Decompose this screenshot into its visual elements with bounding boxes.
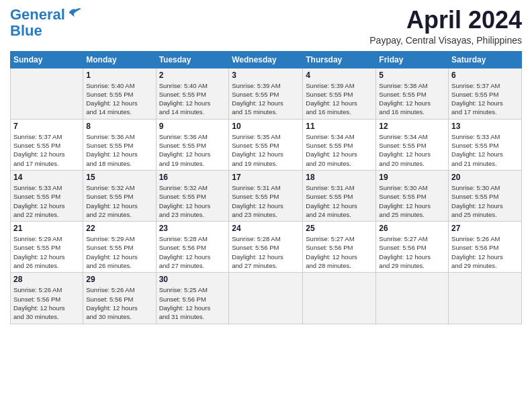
logo-text: General Blue [10, 7, 65, 39]
calendar-cell: 5Sunrise: 5:38 AM Sunset: 5:55 PM Daylig… [376, 68, 449, 119]
day-info: Sunrise: 5:36 AM Sunset: 5:55 PM Dayligh… [86, 132, 152, 168]
day-number: 15 [86, 173, 152, 182]
day-info: Sunrise: 5:34 AM Sunset: 5:55 PM Dayligh… [306, 132, 373, 168]
day-info: Sunrise: 5:37 AM Sunset: 5:55 PM Dayligh… [13, 132, 80, 168]
day-info: Sunrise: 5:28 AM Sunset: 5:56 PM Dayligh… [232, 234, 300, 270]
day-number: 22 [86, 224, 152, 233]
calendar-cell: 14Sunrise: 5:33 AM Sunset: 5:55 PM Dayli… [11, 170, 83, 221]
day-number: 9 [159, 122, 226, 131]
page-header: General Blue April 2024 Paypay, Central … [10, 7, 522, 46]
month-title: April 2024 [369, 7, 522, 34]
day-info: Sunrise: 5:33 AM Sunset: 5:55 PM Dayligh… [451, 132, 519, 168]
calendar-cell: 17Sunrise: 5:31 AM Sunset: 5:55 PM Dayli… [229, 170, 303, 221]
calendar-table: SundayMondayTuesdayWednesdayThursdayFrid… [10, 51, 522, 324]
day-number: 6 [451, 71, 519, 80]
calendar-cell: 3Sunrise: 5:39 AM Sunset: 5:55 PM Daylig… [229, 68, 303, 119]
calendar-cell: 18Sunrise: 5:31 AM Sunset: 5:55 PM Dayli… [303, 170, 376, 221]
calendar-cell: 9Sunrise: 5:36 AM Sunset: 5:55 PM Daylig… [156, 119, 229, 170]
day-info: Sunrise: 5:29 AM Sunset: 5:55 PM Dayligh… [13, 234, 80, 270]
calendar-cell: 19Sunrise: 5:30 AM Sunset: 5:55 PM Dayli… [376, 170, 449, 221]
day-info: Sunrise: 5:27 AM Sunset: 5:56 PM Dayligh… [379, 234, 445, 270]
day-number: 25 [306, 224, 373, 233]
calendar-cell [229, 273, 303, 324]
calendar-cell [11, 68, 83, 119]
day-info: Sunrise: 5:32 AM Sunset: 5:55 PM Dayligh… [86, 183, 152, 219]
calendar-cell: 4Sunrise: 5:39 AM Sunset: 5:55 PM Daylig… [303, 68, 376, 119]
day-info: Sunrise: 5:40 AM Sunset: 5:55 PM Dayligh… [86, 81, 152, 117]
calendar-cell: 20Sunrise: 5:30 AM Sunset: 5:55 PM Dayli… [449, 170, 522, 221]
calendar-weekday-sunday: Sunday [11, 51, 83, 68]
calendar-cell [449, 273, 522, 324]
day-number: 4 [306, 71, 373, 80]
calendar-cell: 29Sunrise: 5:26 AM Sunset: 5:56 PM Dayli… [83, 273, 156, 324]
day-number: 20 [451, 173, 519, 182]
day-info: Sunrise: 5:33 AM Sunset: 5:55 PM Dayligh… [13, 183, 80, 219]
day-info: Sunrise: 5:39 AM Sunset: 5:55 PM Dayligh… [306, 81, 373, 117]
calendar-cell: 8Sunrise: 5:36 AM Sunset: 5:55 PM Daylig… [83, 119, 156, 170]
day-number: 23 [159, 224, 226, 233]
calendar-cell: 2Sunrise: 5:40 AM Sunset: 5:55 PM Daylig… [156, 68, 229, 119]
calendar-cell: 11Sunrise: 5:34 AM Sunset: 5:55 PM Dayli… [303, 119, 376, 170]
calendar-weekday-friday: Friday [376, 51, 449, 68]
day-info: Sunrise: 5:30 AM Sunset: 5:55 PM Dayligh… [451, 183, 519, 219]
day-number: 18 [306, 173, 373, 182]
day-info: Sunrise: 5:37 AM Sunset: 5:55 PM Dayligh… [451, 81, 519, 117]
day-number: 24 [232, 224, 300, 233]
day-info: Sunrise: 5:28 AM Sunset: 5:56 PM Dayligh… [159, 234, 226, 270]
day-number: 12 [379, 122, 445, 131]
calendar-cell: 1Sunrise: 5:40 AM Sunset: 5:55 PM Daylig… [83, 68, 156, 119]
calendar-cell: 23Sunrise: 5:28 AM Sunset: 5:56 PM Dayli… [156, 222, 229, 273]
day-number: 5 [379, 71, 445, 80]
title-area: April 2024 Paypay, Central Visayas, Phil… [369, 7, 522, 46]
calendar-cell: 21Sunrise: 5:29 AM Sunset: 5:55 PM Dayli… [11, 222, 83, 273]
day-number: 1 [86, 71, 152, 80]
day-info: Sunrise: 5:32 AM Sunset: 5:55 PM Dayligh… [159, 183, 226, 219]
day-info: Sunrise: 5:31 AM Sunset: 5:55 PM Dayligh… [232, 183, 300, 219]
day-info: Sunrise: 5:25 AM Sunset: 5:56 PM Dayligh… [159, 285, 226, 321]
day-info: Sunrise: 5:26 AM Sunset: 5:56 PM Dayligh… [86, 285, 152, 321]
calendar-cell: 22Sunrise: 5:29 AM Sunset: 5:55 PM Dayli… [83, 222, 156, 273]
calendar-header-row: SundayMondayTuesdayWednesdayThursdayFrid… [11, 51, 522, 68]
day-info: Sunrise: 5:38 AM Sunset: 5:55 PM Dayligh… [379, 81, 445, 117]
calendar-week-row: 21Sunrise: 5:29 AM Sunset: 5:55 PM Dayli… [11, 222, 522, 273]
day-number: 29 [86, 275, 152, 284]
calendar-weekday-thursday: Thursday [303, 51, 376, 68]
day-number: 11 [306, 122, 373, 131]
day-number: 14 [13, 173, 80, 182]
calendar-weekday-monday: Monday [83, 51, 156, 68]
day-info: Sunrise: 5:26 AM Sunset: 5:56 PM Dayligh… [13, 285, 80, 321]
calendar-week-row: 14Sunrise: 5:33 AM Sunset: 5:55 PM Dayli… [11, 170, 522, 221]
day-info: Sunrise: 5:27 AM Sunset: 5:56 PM Dayligh… [306, 234, 373, 270]
day-info: Sunrise: 5:30 AM Sunset: 5:55 PM Dayligh… [379, 183, 445, 219]
calendar-week-row: 7Sunrise: 5:37 AM Sunset: 5:55 PM Daylig… [11, 119, 522, 170]
day-number: 21 [13, 224, 80, 233]
day-info: Sunrise: 5:36 AM Sunset: 5:55 PM Dayligh… [159, 132, 226, 168]
day-info: Sunrise: 5:29 AM Sunset: 5:55 PM Dayligh… [86, 234, 152, 270]
logo-bird-icon [68, 7, 83, 19]
calendar-weekday-saturday: Saturday [449, 51, 522, 68]
calendar-cell: 7Sunrise: 5:37 AM Sunset: 5:55 PM Daylig… [11, 119, 83, 170]
day-number: 3 [232, 71, 300, 80]
calendar-cell: 30Sunrise: 5:25 AM Sunset: 5:56 PM Dayli… [156, 273, 229, 324]
day-info: Sunrise: 5:31 AM Sunset: 5:55 PM Dayligh… [306, 183, 373, 219]
day-number: 26 [379, 224, 445, 233]
day-number: 13 [451, 122, 519, 131]
day-number: 16 [159, 173, 226, 182]
calendar-cell: 6Sunrise: 5:37 AM Sunset: 5:55 PM Daylig… [449, 68, 522, 119]
day-number: 2 [159, 71, 226, 80]
logo: General Blue [10, 7, 83, 39]
calendar-week-row: 28Sunrise: 5:26 AM Sunset: 5:56 PM Dayli… [11, 273, 522, 324]
calendar-weekday-tuesday: Tuesday [156, 51, 229, 68]
day-info: Sunrise: 5:40 AM Sunset: 5:55 PM Dayligh… [159, 81, 226, 117]
day-number: 27 [451, 224, 519, 233]
day-number: 28 [13, 275, 80, 284]
calendar-cell: 10Sunrise: 5:35 AM Sunset: 5:55 PM Dayli… [229, 119, 303, 170]
calendar-cell: 12Sunrise: 5:34 AM Sunset: 5:55 PM Dayli… [376, 119, 449, 170]
calendar-cell: 15Sunrise: 5:32 AM Sunset: 5:55 PM Dayli… [83, 170, 156, 221]
calendar-cell: 25Sunrise: 5:27 AM Sunset: 5:56 PM Dayli… [303, 222, 376, 273]
day-number: 7 [13, 122, 80, 131]
day-info: Sunrise: 5:39 AM Sunset: 5:55 PM Dayligh… [232, 81, 300, 117]
calendar-cell: 16Sunrise: 5:32 AM Sunset: 5:55 PM Dayli… [156, 170, 229, 221]
calendar-week-row: 1Sunrise: 5:40 AM Sunset: 5:55 PM Daylig… [11, 68, 522, 119]
calendar-cell: 27Sunrise: 5:26 AM Sunset: 5:56 PM Dayli… [449, 222, 522, 273]
